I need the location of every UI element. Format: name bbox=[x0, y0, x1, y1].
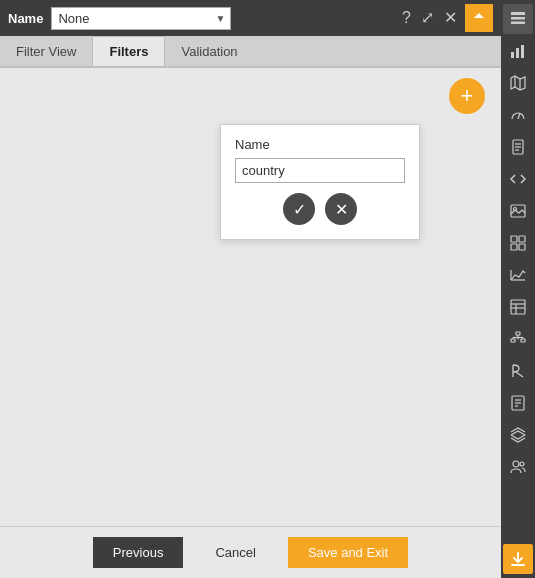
svg-rect-17 bbox=[519, 236, 525, 242]
org-icon[interactable] bbox=[503, 324, 533, 354]
document-icon[interactable] bbox=[503, 132, 533, 162]
svg-rect-0 bbox=[511, 12, 525, 15]
svg-rect-5 bbox=[521, 45, 524, 58]
name-select-wrapper: None ▼ bbox=[51, 7, 231, 30]
main-area: Name None ▼ ? ⤢ ✕ Filter View Filters Va… bbox=[0, 0, 501, 578]
rx-icon[interactable] bbox=[503, 356, 533, 386]
svg-rect-4 bbox=[516, 48, 519, 58]
download-icon[interactable] bbox=[503, 544, 533, 574]
svg-rect-16 bbox=[511, 236, 517, 242]
bar-chart-icon[interactable] bbox=[503, 36, 533, 66]
code-icon[interactable] bbox=[503, 164, 533, 194]
popup-confirm-button[interactable]: ✓ bbox=[283, 193, 315, 225]
svg-point-38 bbox=[513, 461, 519, 467]
header-bar: Name None ▼ ? ⤢ ✕ bbox=[0, 0, 501, 36]
svg-marker-6 bbox=[511, 76, 525, 90]
name-input-popup: Name ✓ ✕ bbox=[220, 124, 420, 240]
svg-rect-27 bbox=[511, 339, 515, 342]
content-area: + Name ✓ ✕ bbox=[0, 68, 501, 526]
name-label: Name bbox=[8, 11, 43, 26]
footer-bar: Previous Cancel Save and Exit bbox=[0, 526, 501, 578]
line-chart-icon[interactable] bbox=[503, 260, 533, 290]
svg-rect-18 bbox=[511, 244, 517, 250]
tabs-bar: Filter View Filters Validation bbox=[0, 36, 501, 68]
save-exit-button[interactable]: Save and Exit bbox=[288, 537, 408, 568]
svg-rect-1 bbox=[511, 17, 525, 20]
svg-rect-22 bbox=[511, 300, 525, 314]
image-icon[interactable] bbox=[503, 196, 533, 226]
right-sidebar bbox=[501, 0, 535, 578]
gauge-icon[interactable] bbox=[503, 100, 533, 130]
table2-icon[interactable] bbox=[503, 292, 533, 322]
popup-buttons: ✓ ✕ bbox=[235, 193, 405, 225]
report-icon[interactable] bbox=[503, 388, 533, 418]
move-icon[interactable]: ⤢ bbox=[419, 8, 436, 28]
svg-line-9 bbox=[518, 113, 520, 119]
svg-rect-2 bbox=[511, 22, 525, 25]
svg-rect-26 bbox=[516, 332, 520, 335]
previous-button[interactable]: Previous bbox=[93, 537, 184, 568]
header-icons: ? ⤢ ✕ bbox=[400, 4, 493, 32]
collapse-icon[interactable] bbox=[465, 4, 493, 32]
add-filter-button[interactable]: + bbox=[449, 78, 485, 114]
pivot-icon[interactable] bbox=[503, 228, 533, 258]
layers-icon[interactable] bbox=[503, 420, 533, 450]
svg-line-33 bbox=[516, 372, 523, 377]
popup-name-label: Name bbox=[235, 137, 405, 152]
cancel-button[interactable]: Cancel bbox=[195, 537, 275, 568]
tab-filter-view[interactable]: Filter View bbox=[0, 36, 92, 66]
close-icon[interactable]: ✕ bbox=[442, 8, 459, 28]
users-icon[interactable] bbox=[503, 452, 533, 482]
help-icon[interactable]: ? bbox=[400, 8, 413, 28]
svg-point-39 bbox=[520, 462, 524, 466]
popup-name-input[interactable] bbox=[235, 158, 405, 183]
name-select[interactable]: None bbox=[51, 7, 231, 30]
tab-filters[interactable]: Filters bbox=[92, 36, 165, 66]
popup-cancel-button[interactable]: ✕ bbox=[325, 193, 357, 225]
svg-rect-3 bbox=[511, 52, 514, 58]
svg-rect-19 bbox=[519, 244, 525, 250]
tab-validation[interactable]: Validation bbox=[165, 36, 253, 66]
table-icon[interactable] bbox=[503, 4, 533, 34]
map-icon[interactable] bbox=[503, 68, 533, 98]
svg-rect-28 bbox=[521, 339, 525, 342]
